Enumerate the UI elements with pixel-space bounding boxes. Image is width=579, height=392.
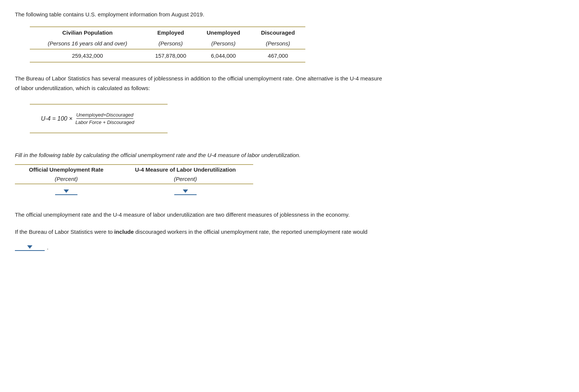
col-employed-subheader: (Persons) bbox=[145, 38, 196, 49]
intro-text: The following table contains U.S. employ… bbox=[15, 11, 432, 17]
formula-numerator: Unemployed+Discouraged bbox=[76, 112, 134, 119]
col-civilian-subheader: (Persons 16 years old and over) bbox=[30, 38, 145, 49]
formula-lhs: U-4 = 100 × bbox=[41, 115, 73, 122]
col-unemployed-header: Unemployed bbox=[196, 27, 251, 38]
employment-table: Civilian Population Employed Unemployed … bbox=[30, 26, 305, 63]
fill-col-unemployment-subheader: (Percent) bbox=[15, 174, 118, 184]
u4-measure-dropdown[interactable] bbox=[174, 188, 197, 195]
table-header-row2: (Persons 16 years old and over) (Persons… bbox=[30, 38, 305, 49]
civilian-population-value: 259,432,000 bbox=[30, 49, 145, 62]
unemployment-rate-dropdown-cell bbox=[15, 184, 118, 199]
unemployment-rate-dropdown[interactable] bbox=[55, 188, 77, 195]
fill-table-row bbox=[15, 184, 253, 199]
fill-table-header-row1: Official Unemployment Rate U-4 Measure o… bbox=[15, 165, 253, 174]
bureau-text: The Bureau of Labor Statistics has sever… bbox=[15, 74, 432, 93]
include-dropdown[interactable] bbox=[15, 244, 45, 251]
formula-box: U-4 = 100 × Unemployed+Discouraged Labor… bbox=[30, 104, 168, 133]
fill-instruction: Fill in the following table by calculati… bbox=[15, 152, 432, 158]
fill-table: Official Unemployment Rate U-4 Measure o… bbox=[15, 164, 253, 199]
fill-col-u4-header: U-4 Measure of Labor Underutilization bbox=[118, 165, 253, 174]
bottom-text-2-bold: include bbox=[114, 229, 134, 235]
employed-value: 157,878,000 bbox=[145, 49, 196, 62]
period: . bbox=[47, 244, 48, 251]
bureau-line1: The Bureau of Labor Statistics has sever… bbox=[15, 74, 432, 83]
bureau-line2: of labor underutilization, which is calc… bbox=[15, 83, 432, 93]
col-unemployed-subheader: (Persons) bbox=[196, 38, 251, 49]
table-row: 259,432,000 157,878,000 6,044,000 467,00… bbox=[30, 49, 305, 62]
bottom-text-2: If the Bureau of Labor Statistics were t… bbox=[15, 227, 432, 237]
col-discouraged-subheader: (Persons) bbox=[251, 38, 305, 49]
table-header-row1: Civilian Population Employed Unemployed … bbox=[30, 27, 305, 38]
col-discouraged-header: Discouraged bbox=[251, 27, 305, 38]
fill-col-unemployment-header: Official Unemployment Rate bbox=[15, 165, 118, 174]
dropdown-arrow-icon bbox=[64, 189, 69, 193]
formula-denominator: Labor Force + Discouraged bbox=[76, 119, 134, 125]
discouraged-value: 467,000 bbox=[251, 49, 305, 62]
u4-measure-dropdown-cell bbox=[118, 184, 253, 199]
bottom-text-2-post: discouraged workers in the official unem… bbox=[136, 229, 368, 235]
bottom-text-2-pre: If the Bureau of Labor Statistics were t… bbox=[15, 229, 113, 235]
dropdown-arrow-u4-icon bbox=[183, 189, 188, 193]
fill-table-header-row2: (Percent) (Percent) bbox=[15, 174, 253, 184]
formula-content: U-4 = 100 × Unemployed+Discouraged Labor… bbox=[41, 112, 156, 125]
fill-col-u4-subheader: (Percent) bbox=[118, 174, 253, 184]
bottom-text-1: The official unemployment rate and the U… bbox=[15, 210, 432, 220]
formula-fraction: Unemployed+Discouraged Labor Force + Dis… bbox=[76, 112, 134, 125]
unemployed-value: 6,044,000 bbox=[196, 49, 251, 62]
col-employed-header: Employed bbox=[145, 27, 196, 38]
col-civilian-header: Civilian Population bbox=[30, 27, 145, 38]
include-dropdown-arrow-icon bbox=[27, 245, 32, 249]
